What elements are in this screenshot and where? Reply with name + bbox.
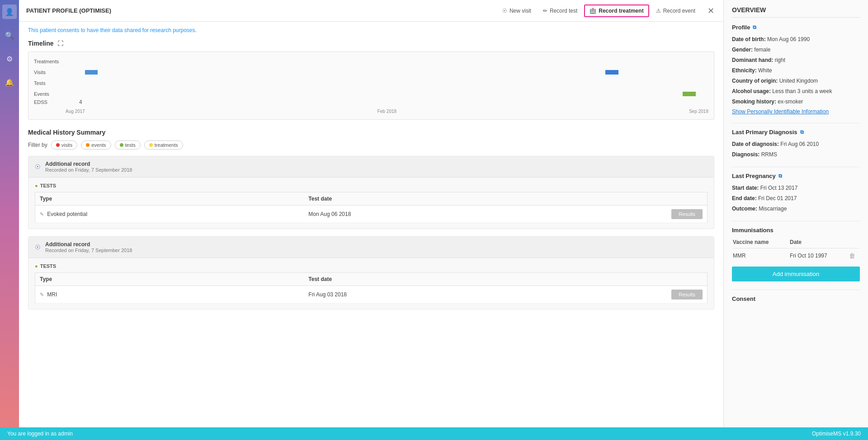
record-content-1: ● TESTS Type Test date [28,178,714,229]
timeline-track-visits [66,68,708,76]
timeline-label-tests: Tests [34,80,66,86]
th-action-1 [505,192,707,206]
filter-chip-visits[interactable]: visits [51,140,77,150]
new-visit-button[interactable]: ☉ New visit [497,5,536,17]
test-action-cell-2: Results [505,286,707,304]
alcohol-field: Alcohol usage: Less than 3 units a week [732,87,860,95]
add-immunisation-button[interactable]: Add immunisation [732,267,860,281]
immunisations-table: Vaccine name Date MMR Fri Oct 10 1997 🗑 [732,238,860,263]
vaccine-name-cell: MMR [733,249,789,262]
x-label-feb2018: Feb 2018 [377,109,396,114]
immunisations-section: Immunisations Vaccine name Date MMR Fri [732,227,860,281]
patient-header: PATIENT PROFILE (OPTIMISE) ☉ New visit ✏… [19,0,723,22]
timeline-xaxis: Aug 2017 Feb 2018 Sep 2018 [66,109,708,114]
immunisations-title: Immunisations [732,227,860,234]
test-action-cell: Results [505,206,707,223]
country-field: Country of origin: United Kingdom [732,77,860,85]
visits-dot [56,143,60,147]
dominant-hand-field: Dominant hand: right [732,56,860,64]
table-row: ✎ Evoked potential Mon Aug 06 2018 Resul… [35,206,708,223]
overview-title: OVERVIEW [732,6,860,18]
th-date-2: Test date [304,273,505,286]
edit-icon-2[interactable]: ✎ [40,292,44,297]
th-date-1: Test date [304,192,505,206]
tests-table-2: Type Test date ✎ MRI [35,272,708,304]
timeline-label-visits: Visits [34,70,66,75]
diagnosis-section-title: Last Primary Diagnosis ⧉ [732,129,860,136]
record-date-1: Recorded on Friday, 7 September 2018 [45,167,132,173]
medical-history: Medical History Summary Filter by visits… [28,129,714,309]
tests-label-2: TESTS [40,263,56,269]
close-button[interactable]: ✕ [706,6,716,16]
test-type-cell-2: ✎ MRI [35,286,304,304]
consent-title: Consent [732,295,860,302]
timeline-row-events: Events [34,90,708,98]
record-header-1: ☉ Additional record Recorded on Friday, … [28,156,714,178]
divider-3 [732,221,860,221]
sidebar-user-icon[interactable]: 👤 [2,5,17,19]
filter-chip-treatments[interactable]: treatments [144,140,183,150]
record-date-2: Recorded on Friday, 7 September 2018 [45,248,132,253]
record-content-2: ● TESTS Type Test date [28,258,714,309]
tests-dot [120,143,123,147]
overview-panel: OVERVIEW Profile ⧉ Date of birth: Mon Au… [723,0,868,427]
record-test-button[interactable]: ✏ Record test [538,5,582,17]
test-type-value: Evoked potential [47,211,87,217]
record-header-2: ☉ Additional record Recorded on Friday, … [28,237,714,258]
th-imm-date: Date [790,239,848,248]
test-type-cell: ✎ Evoked potential [35,206,304,223]
tests-green-dot-1: ● [35,183,38,188]
record-block-1: ☉ Additional record Recorded on Friday, … [28,156,714,229]
record-event-button[interactable]: ⚠ Record event [651,5,700,17]
divider-4 [732,290,860,290]
gender-field: Gender: female [732,46,860,54]
sidebar-search-icon[interactable]: 🔍 [2,28,17,42]
consent-banner: This patient consents to have their data… [28,27,714,33]
pii-link[interactable]: Show Personally Identifiable Information [732,108,829,115]
tests-green-dot-2: ● [35,263,38,269]
profile-section: Profile ⧉ Date of birth: Mon Aug 06 1990… [732,24,860,115]
edss-label: EDSS [34,99,66,105]
expand-timeline-icon[interactable]: ⛶ [57,40,63,47]
delete-immunisation-icon[interactable]: 🗑 [849,252,855,259]
edit-icon[interactable]: ✎ [40,211,44,217]
x-label-aug2017: Aug 2017 [66,109,85,114]
record-title-1: Additional record [45,161,132,167]
results-button-2[interactable]: Results [671,290,703,300]
sidebar-bell-icon[interactable]: 🔔 [2,75,17,89]
pregnancy-section-title: Last Pregnancy ⧉ [732,173,860,179]
record-treatment-icon: 🏥 [590,8,596,14]
timeline-title: Timeline ⛶ [28,40,714,47]
th-vaccine-name: Vaccine name [733,239,789,248]
record-icon-2: ☉ [35,243,41,251]
diagnosis-date-field: Date of diagnosis: Fri Aug 06 2010 [732,140,860,148]
events-dot [86,143,90,147]
filter-visits-label: visits [61,142,72,148]
sidebar-settings-icon[interactable]: ⚙ [2,51,17,66]
pregnancy-edit-icon[interactable]: ⧉ [778,173,782,179]
diagnosis-edit-icon[interactable]: ⧉ [800,129,804,135]
consent-section: Consent [732,295,860,302]
timeline-container: Treatments Visits Tests [28,51,714,120]
th-type-2: Type [35,273,304,286]
vaccine-date-cell: Fri Oct 10 1997 [790,249,848,262]
new-visit-icon: ☉ [502,8,507,14]
x-label-sep2018: Sep 2018 [689,109,708,114]
th-type-1: Type [35,192,304,206]
timeline-label-events: Events [34,91,66,97]
profile-edit-icon[interactable]: ⧉ [753,24,756,30]
warning-icon: ⚠ [656,8,661,14]
filter-chip-events[interactable]: events [81,140,111,150]
timeline-track-tests [66,79,708,87]
tests-label-1: TESTS [40,183,56,188]
filter-chip-tests[interactable]: tests [115,140,141,150]
record-block-2: ☉ Additional record Recorded on Friday, … [28,236,714,309]
record-info-2: Additional record Recorded on Friday, 7 … [45,241,132,253]
results-button-1[interactable]: Results [671,209,703,219]
patient-panel: PATIENT PROFILE (OPTIMISE) ☉ New visit ✏… [19,0,723,427]
timeline-track-treatments [66,57,708,66]
patient-body: This patient consents to have their data… [19,22,723,427]
record-treatment-button[interactable]: 🏥 Record treatment [584,5,649,17]
pregnancy-end-field: End date: Fri Dec 01 2017 [732,194,860,202]
divider-2 [732,167,860,167]
